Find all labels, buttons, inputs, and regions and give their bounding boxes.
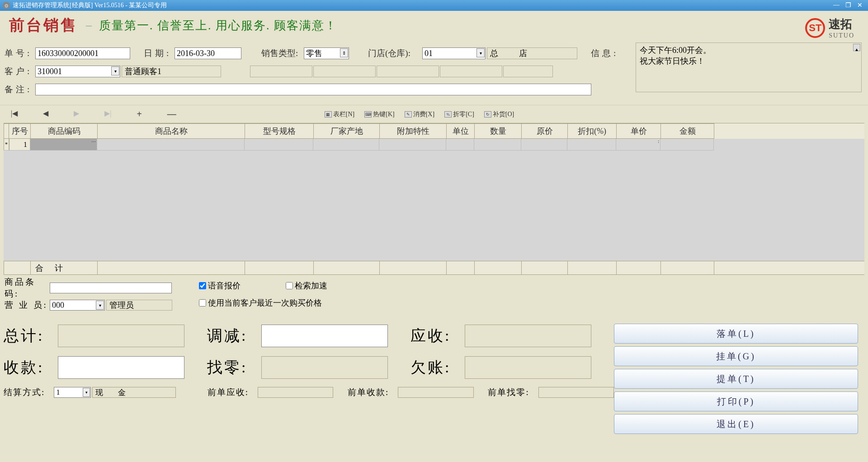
chevron-down-icon[interactable]: ▾ (111, 66, 119, 75)
voice-checkbox[interactable]: 语音报价 (199, 280, 241, 291)
logo-en: SUTUO (829, 32, 854, 39)
store-name: 总 店 (487, 47, 577, 59)
change-box (261, 356, 388, 379)
brand-title: 前台销售 (9, 15, 78, 36)
window-title: 速拓进销存管理系统[经典版] Ver15.0516 - 某某公司专用 (13, 1, 830, 9)
prev-recv-box (258, 387, 333, 398)
blank-box-2 (313, 66, 376, 77)
keyboard-icon: ⌨ (364, 111, 372, 118)
order-input[interactable] (35, 47, 130, 59)
nav-del-button[interactable]: — (164, 108, 180, 120)
discount-icon: % (444, 111, 452, 118)
columns-button[interactable]: ▦表栏[N] (325, 110, 354, 118)
cust-label: 客户: (5, 66, 35, 77)
blank-box-4 (440, 66, 502, 77)
discount-button[interactable]: %折零[C] (444, 110, 474, 118)
store-combo[interactable]: ▾ (422, 47, 486, 59)
total-label: 总计: (4, 325, 58, 346)
col-qty[interactable]: 数量 (475, 123, 522, 139)
hotkey-button[interactable]: ⌨热键[K] (364, 110, 394, 118)
prev-recv-label: 前单应收: (208, 387, 258, 398)
grid-header: 序号 商品编码 商品名称 型号规格 厂家产地 附加特性 单位 数量 原价 折扣(… (4, 123, 864, 139)
col-price[interactable]: 原价 (522, 123, 568, 139)
chevron-down-icon[interactable]: ▾ (83, 388, 90, 397)
lastprice-checkbox[interactable]: 使用当前客户最近一次购买价格 (199, 297, 327, 308)
info-box: 今天下午6:00开会。 祝大家节日快乐！ ▲ (636, 42, 862, 92)
col-unit[interactable]: 单位 (447, 123, 475, 139)
brand-header: 前台销售 –质量第一. 信誉至上. 用心服务. 顾客满意！ ST 速拓 SUTU… (0, 11, 868, 40)
col-spec[interactable]: 型号规格 (245, 123, 314, 139)
paytype-name: 现 金 (92, 387, 176, 398)
print-button[interactable]: 打印(P) (614, 391, 858, 411)
submit-button[interactable]: 落单(L) (614, 324, 858, 344)
nav-next-button[interactable]: ▶ (70, 108, 83, 120)
col-attr[interactable]: 附加特性 (380, 123, 447, 139)
table-row[interactable]: * 1 ⋯ : (4, 139, 864, 151)
paytype-combo[interactable]: 1▾ (54, 387, 91, 398)
minimize-button[interactable]: — (831, 1, 842, 9)
nav-first-button[interactable]: |◀ (7, 108, 21, 120)
recall-button[interactable]: 提单(T) (614, 369, 858, 389)
clerk-combo[interactable]: ▾ (50, 300, 105, 311)
paid-input[interactable] (58, 356, 184, 379)
chevron-down-icon[interactable]: ▾ (476, 48, 485, 57)
col-unitp[interactable]: 单价 (617, 123, 661, 139)
order-label: 单号: (5, 47, 35, 59)
paytype-label: 结算方式: (4, 387, 54, 398)
prev-paid-label: 前单收款: (348, 387, 398, 398)
date-input[interactable] (175, 47, 241, 59)
consume-button[interactable]: ✎消费[X] (405, 110, 434, 118)
action-buttons: 落单(L) 挂单(G) 提单(T) 打印(P) 退出(E) (614, 320, 858, 434)
date-label: 日期: (144, 47, 175, 59)
memo-label: 备注: (5, 84, 35, 95)
hold-button[interactable]: 挂单(G) (614, 346, 858, 366)
saletype-label: 销售类型: (261, 47, 304, 59)
totals-panel: 总计: 调减: 应收: 收款: 找零: 欠账: 结算方式: 1▾ 现 金 前单应… (0, 318, 868, 434)
col-amt[interactable]: 金额 (661, 123, 714, 139)
paid-label: 收款: (4, 357, 58, 378)
col-code[interactable]: 商品编码 (31, 123, 98, 139)
logo-cn: 速拓 (829, 16, 854, 32)
chevron-updown-icon[interactable]: ⇕ (340, 48, 348, 57)
barcode-input[interactable] (50, 283, 172, 293)
receivable-label: 应收: (410, 325, 465, 346)
restock-button[interactable]: ↻补货[O] (484, 110, 514, 118)
cust-name: 普通顾客1 (122, 66, 221, 77)
col-origin[interactable]: 厂家产地 (314, 123, 380, 139)
form-area: 单号: 日期: 销售类型: ⇕ 门店(仓库): ▾ 总 店 信息: 客户: ▾ … (0, 40, 868, 101)
col-index[interactable]: 序号 (9, 123, 31, 139)
brand-slogan: –质量第一. 信誉至上. 用心服务. 顾客满意！ (86, 18, 337, 33)
lookup-icon[interactable]: ⋯ (91, 139, 96, 144)
restock-icon: ↻ (484, 111, 491, 118)
memo-input[interactable] (35, 84, 591, 95)
exit-button[interactable]: 退出(E) (614, 414, 858, 434)
cust-combo[interactable]: ▾ (35, 66, 120, 77)
maximize-button[interactable]: ❐ (843, 1, 854, 9)
prev-change-box (538, 387, 614, 398)
brand-logo: ST 速拓 SUTUO (805, 16, 854, 39)
info-line-2: 祝大家节日快乐！ (640, 56, 858, 66)
blank-box-5 (503, 66, 553, 77)
nav-prev-button[interactable]: ◀ (39, 108, 52, 120)
grid-body[interactable]: * 1 ⋯ : (4, 139, 864, 261)
items-grid: 序号 商品编码 商品名称 型号规格 厂家产地 附加特性 单位 数量 原价 折扣(… (4, 123, 864, 275)
saletype-combo[interactable]: ⇕ (304, 47, 349, 59)
adjust-input[interactable] (261, 325, 388, 347)
scroll-up-icon[interactable]: ▲ (853, 44, 860, 51)
owe-box (465, 356, 591, 379)
grid-toolbar: |◀ ◀ ▶ ▶| + — ▦表栏[N] ⌨热键[K] ✎消费[X] %折零[C… (0, 105, 868, 123)
col-disc[interactable]: 折扣(%) (568, 123, 617, 139)
nav-last-button[interactable]: ▶| (101, 108, 115, 120)
fast-checkbox[interactable]: 检索加速 (286, 280, 327, 291)
change-label: 找零: (207, 357, 261, 378)
chevron-down-icon[interactable]: ▾ (96, 301, 104, 310)
adjust-label: 调减: (207, 325, 261, 346)
col-name[interactable]: 商品名称 (98, 123, 245, 139)
blank-box-3 (377, 66, 439, 77)
cell-name[interactable] (97, 139, 245, 151)
cell-code[interactable]: ⋯ (30, 139, 97, 151)
owe-label: 欠账: (410, 357, 465, 378)
footer-total-label: 合 计 (31, 261, 98, 274)
nav-add-button[interactable]: + (133, 108, 145, 120)
close-button[interactable]: ✕ (854, 1, 865, 9)
